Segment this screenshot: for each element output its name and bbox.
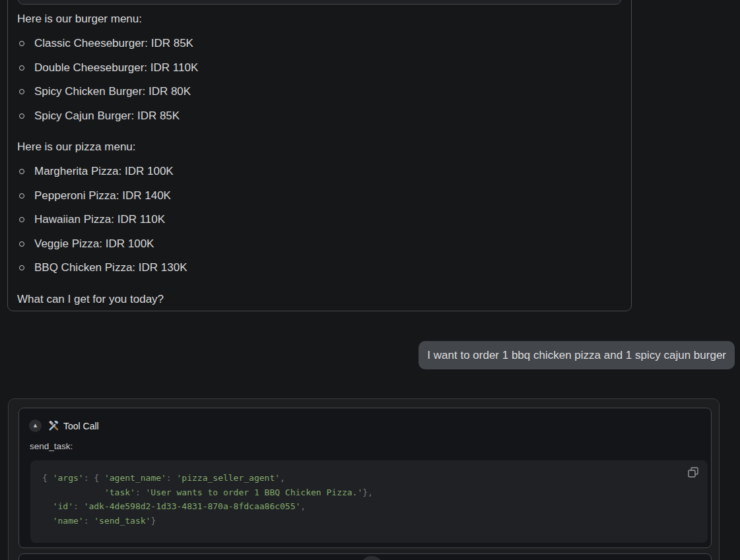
burger-menu-intro: Here is our burger menu: (17, 11, 622, 26)
tool-function-name: send_task: (30, 441, 73, 451)
caret-up-icon: ▲ (34, 423, 37, 428)
menu-item: Spicy Cajun Burger: IDR 85K (17, 104, 622, 129)
tool-call-panel: ▲ Tool Call send_task: { 'args': { 'agen… (18, 408, 712, 548)
collapse-button[interactable]: ▲ (29, 420, 42, 432)
pizza-menu-list: Margherita Pizza: IDR 100KPepperoni Pizz… (17, 160, 622, 280)
hammer-and-wrench-icon (48, 420, 59, 431)
copy-icon (687, 466, 700, 479)
event-card: ▲ Tool Call send_task: { 'args': { 'agen… (8, 398, 720, 560)
tool-call-code-block: { 'args': { 'agent_name': 'pizza_seller_… (30, 460, 708, 543)
user-message-bubble: I want to order 1 bbq chicken pizza and … (419, 341, 735, 369)
menu-item: BBQ Chicken Pizza: IDR 130K (17, 256, 622, 280)
menu-item: Veggie Pizza: IDR 100K (17, 232, 622, 257)
tool-call-title: Tool Call (63, 421, 99, 431)
copy-button[interactable] (687, 466, 700, 479)
tool-call-code: { 'args': { 'agent_name': 'pizza_seller_… (30, 460, 708, 538)
menu-item: Double Cheeseburger: IDR 110K (17, 56, 622, 80)
pizza-menu-intro: Here is our pizza menu: (17, 139, 622, 154)
menu-item: Hawaiian Pizza: IDR 110K (17, 208, 622, 232)
menu-item: Pepperoni Pizza: IDR 140K (17, 184, 622, 208)
menu-item: Spicy Chicken Burger: IDR 80K (17, 80, 622, 104)
arrow-down-icon: ▼ (360, 557, 384, 560)
chat-scroll-area: Here is our burger menu: Classic Cheeseb… (0, 0, 740, 560)
agent-closing-question: What can I get for you today? (17, 292, 622, 307)
burger-menu-list: Classic Cheeseburger: IDR 85KDouble Chee… (17, 32, 622, 128)
menu-item: Margherita Pizza: IDR 100K (17, 160, 622, 184)
agent-message: Here is our burger menu: Classic Cheeseb… (7, 0, 632, 311)
tool-call-header: ▲ Tool Call (29, 420, 99, 432)
collapsed-code-block-edge (18, 0, 621, 5)
menu-item: Classic Cheeseburger: IDR 85K (17, 32, 622, 56)
